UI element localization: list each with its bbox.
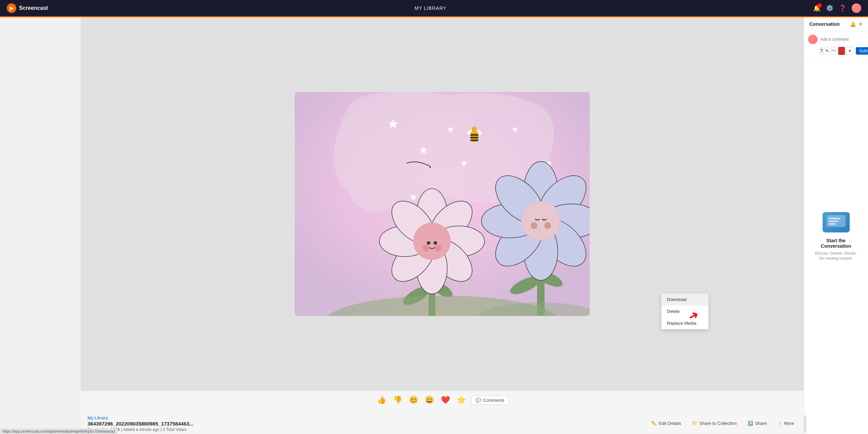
color-dropdown-button[interactable]: ▼ — [846, 47, 854, 55]
svg-rect-15 — [470, 134, 478, 136]
conversation-header: Conversation 🔔 ✕ — [804, 17, 868, 31]
thumbs-up-button[interactable]: 👍 — [376, 394, 388, 406]
toolbar-actions: ✏️ Edit Details 📁 Share to Collection ↗️… — [649, 419, 797, 427]
comment-input[interactable] — [820, 37, 868, 42]
collection-icon: 📁 — [692, 421, 697, 426]
delete-label: Delete — [667, 309, 680, 314]
svg-rect-56 — [829, 221, 838, 222]
media-info-bar: My Library 364397296_202209035880985_173… — [81, 413, 804, 434]
edit-details-button[interactable]: ✏️ Edit Details — [649, 419, 684, 427]
svg-rect-17 — [470, 139, 478, 141]
draw-tool-button[interactable]: 〰 — [831, 47, 836, 55]
svg-rect-57 — [829, 223, 835, 225]
media-title: 364397296_202209035880985_1737584463... — [87, 421, 194, 427]
logo-icon: ▶ — [7, 3, 16, 13]
comment-tools-row: T ↖ 〰 ▼ Submit — [808, 47, 864, 55]
color-tool-button[interactable] — [838, 47, 845, 55]
conv-empty-subtitle: Discuss. Debate. Decide.No meeting neede… — [815, 251, 857, 261]
share-label: Share — [755, 421, 767, 426]
nav-title: MY LIBRARY — [415, 5, 447, 11]
svg-rect-16 — [470, 137, 478, 138]
svg-point-51 — [544, 222, 551, 229]
more-button[interactable]: ⋮ More — [775, 419, 797, 427]
comment-icon: 💬 — [476, 398, 481, 403]
more-dots-icon: ⋮ — [777, 421, 782, 426]
svg-point-50 — [531, 222, 537, 229]
main-layout: Download Delete Replace Media ➜ 👍 👎 😊 😄 … — [0, 0, 868, 434]
settings-icon[interactable]: ⚙️ — [826, 4, 833, 12]
conversation-empty-state: Start the Conversation Discuss. Debate. … — [804, 59, 868, 414]
media-image — [295, 92, 590, 316]
conversation-illustration — [823, 212, 850, 232]
scrollbar-thumb — [804, 416, 806, 433]
close-conv-icon[interactable]: ✕ — [859, 21, 863, 27]
commenter-avatar — [808, 35, 817, 44]
conv-header-icons: 🔔 ✕ — [850, 21, 863, 27]
conversation-title: Conversation — [809, 21, 840, 27]
share-button[interactable]: ↗️ Share — [745, 419, 770, 427]
submit-button[interactable]: Submit — [856, 47, 868, 55]
added-time: Added a minute ago — [123, 427, 159, 432]
heart-button[interactable]: ❤️ — [439, 394, 451, 406]
text-tool-button[interactable]: T — [820, 47, 823, 55]
left-sidebar — [0, 17, 81, 434]
orange-bar — [0, 16, 868, 17]
svg-point-49 — [522, 202, 559, 240]
media-viewer: Download Delete Replace Media ➜ — [81, 17, 804, 391]
chat-icon — [826, 214, 846, 230]
conv-empty-title: Start the Conversation — [811, 238, 861, 249]
replace-media-label: Replace Media — [667, 321, 696, 326]
bell-conv-icon[interactable]: 🔔 — [850, 21, 856, 27]
notification-badge: 1 — [817, 3, 822, 8]
url-bar: https://app.screencast.com/api/v4/media/… — [0, 429, 117, 434]
svg-point-18 — [472, 127, 477, 132]
smile-button[interactable]: 😊 — [408, 394, 419, 406]
laugh-button[interactable]: 😄 — [423, 394, 435, 406]
download-label: Download — [667, 297, 687, 302]
comments-label: Comments — [483, 398, 505, 403]
nav-title-text: MY LIBRARY — [415, 5, 447, 11]
context-menu-download[interactable]: Download — [662, 294, 708, 305]
comments-button[interactable]: 💬 Comments — [471, 396, 509, 405]
app-logo[interactable]: ▶ Screencast — [7, 3, 48, 13]
share-collection-label: Share to Collection — [699, 421, 737, 426]
svg-point-34 — [434, 241, 437, 245]
more-label: More — [784, 421, 794, 426]
svg-rect-55 — [829, 218, 841, 219]
context-menu-delete[interactable]: Delete — [662, 305, 708, 317]
edit-icon: ✏️ — [651, 421, 657, 426]
comment-input-row: 😊 — [808, 35, 864, 44]
bottom-toolbar: 👍 👎 😊 😄 ❤️ ⭐ 💬 Comments — [81, 391, 804, 413]
content-area: Download Delete Replace Media ➜ 👍 👎 😊 😄 … — [81, 17, 804, 434]
comment-input-area: 😊 T ↖ 〰 ▼ Submit — [804, 31, 868, 59]
pointer-tool-button[interactable]: ↖ — [825, 47, 829, 55]
right-panel: Conversation 🔔 ✕ 😊 T ↖ 〰 ▼ Submit — [804, 17, 868, 434]
svg-point-35 — [422, 245, 429, 251]
svg-point-33 — [427, 241, 430, 245]
app-name: Screencast — [19, 5, 48, 11]
nav-left: ▶ Screencast — [7, 3, 48, 13]
emoji-reaction-bar: 👍 👎 😊 😄 ❤️ ⭐ 💬 Comments — [87, 394, 797, 406]
help-icon[interactable]: ❓ — [839, 4, 846, 12]
nav-right: 🔔 1 ⚙️ ❓ — [813, 3, 861, 13]
thumbs-down-button[interactable]: 👎 — [392, 394, 403, 406]
view-count: 0 Total Views — [163, 427, 186, 432]
svg-point-19 — [430, 167, 431, 168]
context-menu: Download Delete Replace Media — [661, 293, 709, 329]
top-navigation: ▶ Screencast MY LIBRARY 🔔 1 ⚙️ ❓ — [0, 0, 868, 16]
share-icon: ↗️ — [748, 421, 753, 426]
svg-point-36 — [435, 245, 441, 251]
my-library-link[interactable]: My Library — [87, 415, 108, 420]
url-text: https://app.screencast.com/api/v4/media/… — [3, 429, 115, 433]
star-button[interactable]: ⭐ — [455, 394, 467, 406]
user-avatar[interactable] — [852, 3, 861, 13]
share-to-collection-button[interactable]: 📁 Share to Collection — [689, 419, 739, 427]
flower-illustration — [295, 92, 590, 316]
bell-icon[interactable]: 🔔 1 — [813, 4, 821, 12]
context-menu-replace[interactable]: Replace Media — [662, 317, 708, 329]
right-panel-scrollbar[interactable] — [804, 414, 807, 434]
svg-point-32 — [414, 224, 450, 259]
edit-details-label: Edit Details — [659, 421, 681, 426]
